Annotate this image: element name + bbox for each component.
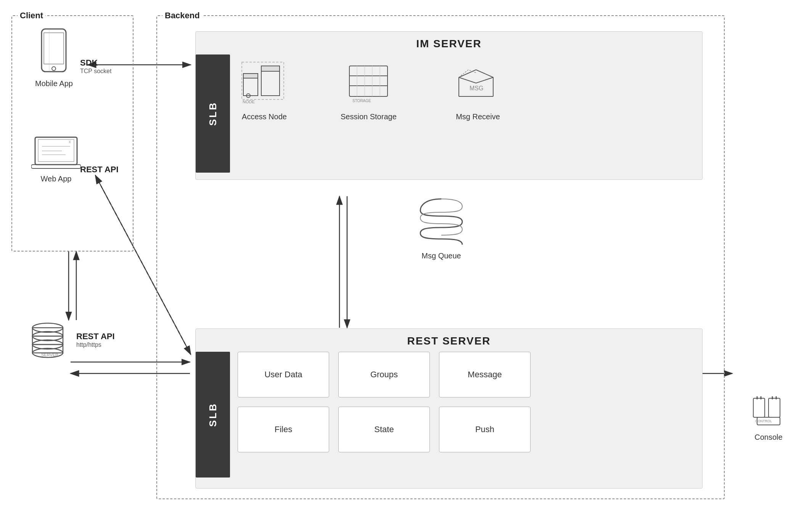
msg-queue-label: Msg Queue: [421, 252, 461, 260]
mobile-app-group: Mobile App: [35, 27, 73, 88]
msg-queue-group: QUEUE Msg Queue: [417, 195, 466, 260]
session-storage-icon: STORAGE: [346, 58, 391, 108]
session-storage-label: Session Storage: [341, 112, 397, 121]
msg-receive-component: MSG Msg Receive: [455, 58, 501, 121]
client-label: Client: [18, 11, 45, 21]
rest-api-label-1-group: REST API: [80, 165, 119, 175]
msg-receive-label: Msg Receive: [456, 112, 500, 121]
svg-rect-42: [769, 398, 780, 417]
tcp-socket-label: TCP socket: [80, 68, 111, 74]
rest-server-box: REST SERVER SLB User Data Groups Message…: [195, 328, 703, 489]
access-node-icon-wrapper: NODE: [241, 58, 287, 108]
sdk-label-group: SDK TCP socket: [80, 58, 111, 75]
svg-text:x: x: [69, 139, 71, 144]
rest-item-user-data: User Data: [238, 352, 329, 397]
svg-point-6: [52, 67, 56, 71]
access-node-component: NODE Access Node: [241, 58, 287, 121]
sdk-label: SDK: [80, 58, 98, 67]
msg-queue-icon: QUEUE: [417, 195, 466, 248]
mobile-app-label: Mobile App: [35, 79, 73, 88]
session-storage-icon-wrapper: STORAGE: [346, 58, 391, 108]
rest-api-label-2: REST API: [76, 332, 115, 341]
msg-receive-icon: MSG: [455, 58, 501, 108]
http-https-label: http/https: [76, 341, 101, 348]
svg-text:CONTROL: CONTROL: [755, 419, 772, 423]
rest-grid: User Data Groups Message Files State Pus…: [238, 352, 531, 452]
svg-rect-26: [261, 66, 280, 71]
console-label: Console: [754, 433, 782, 442]
web-app-group: x Web App: [31, 134, 81, 183]
backend-box: Backend IM SERVER SLB: [156, 15, 725, 499]
server-icon: SERVER: [27, 320, 69, 362]
im-server-label: IM SERVER: [196, 38, 702, 50]
access-node-icon: NODE: [241, 58, 287, 108]
rest-server-label: REST SERVER: [196, 335, 702, 347]
rest-item-state: State: [338, 407, 430, 452]
svg-rect-30: [349, 66, 388, 96]
svg-text:NODE: NODE: [243, 99, 255, 104]
access-node-label: Access Node: [242, 112, 287, 121]
console-group: CONTROL Console: [748, 396, 788, 442]
svg-text:SERVER: SERVER: [41, 353, 58, 357]
svg-rect-41: [753, 398, 765, 417]
rest-api-label-1: REST API: [80, 165, 119, 174]
rest-item-files: Files: [238, 407, 329, 452]
web-app-label: Web App: [41, 175, 72, 183]
slb-rest-label: SLB: [207, 402, 219, 427]
svg-text:STORAGE: STORAGE: [352, 99, 371, 103]
backend-label: Backend: [162, 11, 202, 21]
rest-item-message: Message: [439, 352, 531, 397]
client-box: Client Mobile App SDK TCP socket: [11, 15, 133, 252]
svg-rect-5: [44, 33, 64, 64]
slb-im-block: SLB: [196, 54, 230, 173]
svg-rect-4: [42, 29, 66, 72]
mobile-phone-icon: [39, 27, 69, 77]
rest-item-groups: Groups: [338, 352, 430, 397]
svg-rect-24: [243, 74, 258, 78]
console-icon: CONTROL: [748, 396, 788, 431]
slb-im-label: SLB: [207, 101, 219, 126]
rest-item-push: Push: [439, 407, 531, 452]
msg-receive-icon-wrapper: MSG: [455, 58, 501, 108]
rest-api-label-2-group: REST API http/https: [76, 332, 115, 348]
web-app-icon: x: [31, 134, 81, 172]
svg-text:MSG: MSG: [470, 85, 483, 91]
im-server-box: IM SERVER SLB: [195, 31, 703, 180]
diagram-container: Client Mobile App SDK TCP socket: [11, 15, 777, 517]
slb-rest-block: SLB: [196, 352, 230, 478]
session-storage-component: STORAGE Session Storage: [341, 58, 397, 121]
server-group: SERVER: [27, 320, 69, 362]
